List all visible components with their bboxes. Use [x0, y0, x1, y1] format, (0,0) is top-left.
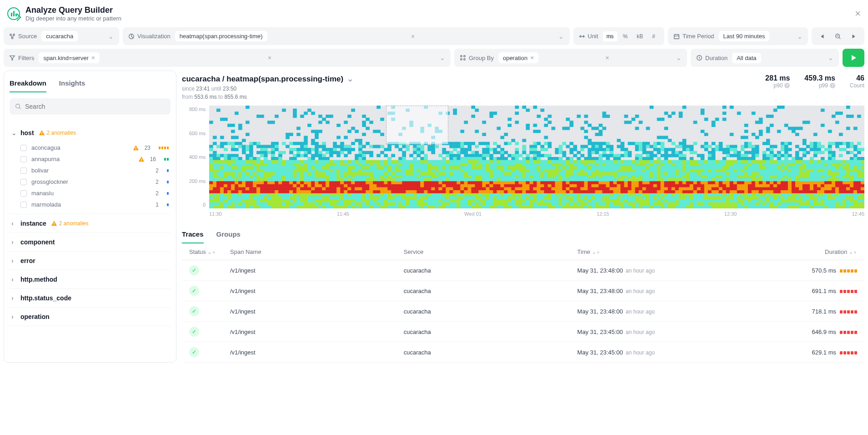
clear-filters-icon[interactable]: × [268, 54, 271, 61]
tab-insights[interactable]: Insights [59, 76, 85, 92]
skip-forward-icon[interactable] [846, 28, 863, 45]
facet-item[interactable]: marmolada1 [19, 199, 171, 210]
facet-item[interactable]: bolivar2 [19, 165, 171, 176]
groupby-chip[interactable]: operation× [498, 52, 538, 63]
chevron-down-icon[interactable]: ⌄ [347, 74, 353, 84]
facet-http.method[interactable]: ›http.method [10, 270, 171, 288]
tab-traces[interactable]: Traces [182, 228, 204, 243]
help-icon[interactable]: ? [784, 83, 790, 88]
sort-icon[interactable]: ▲▼ [208, 250, 216, 255]
checkbox[interactable] [20, 145, 27, 151]
unit-option-kB[interactable]: kB [633, 31, 647, 41]
checkbox[interactable] [20, 156, 27, 162]
chart-selection[interactable] [386, 106, 448, 144]
svg-rect-2523 [642, 205, 647, 208]
checkbox[interactable] [20, 190, 27, 197]
heatmap-chart[interactable]: 11:3011:45Wed 0112:1512:3012:45 [209, 106, 864, 217]
sort-icon[interactable]: ▲▼ [592, 250, 600, 255]
facet-item[interactable]: annapurna16 [19, 153, 171, 165]
svg-rect-2172 [584, 172, 588, 175]
svg-rect-819 [344, 193, 348, 197]
facet-http.status_code[interactable]: ›http.status_code [10, 289, 171, 307]
visualization-chip[interactable]: heatmap(span.processing-time) [175, 31, 267, 41]
svg-rect-1848 [526, 190, 530, 193]
remove-chip-icon[interactable]: × [91, 54, 95, 61]
chevron-down-icon[interactable]: ⌄ [108, 33, 114, 40]
table-row[interactable]: ✓/v1/ingestcucarachaMay 31, 23:48:00an h… [182, 281, 864, 301]
svg-rect-3089 [744, 157, 748, 160]
svg-rect-1005 [376, 193, 381, 197]
svg-rect-1188 [409, 205, 413, 208]
close-icon[interactable]: × [855, 8, 861, 20]
time-period-selector[interactable]: Time Period Last 90 minutes ⌄ [668, 27, 808, 45]
duration-chip[interactable]: All data [732, 53, 761, 63]
chevron-down-icon[interactable]: ⌄ [828, 54, 833, 61]
time-period-chip[interactable]: Last 90 minutes [719, 31, 770, 41]
chevron-down-icon[interactable]: ⌄ [676, 54, 682, 61]
facet-item[interactable]: manaslu2 [19, 187, 171, 199]
tab-breakdown[interactable]: Breakdown [10, 76, 46, 92]
facet-item[interactable]: aconcagua23 [19, 142, 171, 153]
col-duration[interactable]: Duration▲▼ [780, 248, 857, 255]
facet-error[interactable]: ›error [10, 252, 171, 270]
checkbox[interactable] [20, 179, 27, 185]
filters-selector[interactable]: Filters span.kind=server× × ⌄ [4, 49, 451, 67]
svg-rect-292 [253, 202, 257, 206]
unit-option-ms[interactable]: ms [603, 31, 617, 41]
visualization-selector[interactable]: Visualization heatmap(span.processing-ti… [123, 27, 570, 45]
svg-rect-3745 [857, 190, 861, 193]
svg-rect-1194 [413, 160, 417, 163]
remove-chip-icon[interactable]: × [530, 54, 534, 61]
svg-rect-2705 [675, 181, 679, 184]
svg-rect-1543 [475, 109, 479, 112]
facet-component[interactable]: ›component [10, 233, 171, 251]
sort-icon[interactable]: ▲▼ [849, 250, 857, 255]
skip-back-icon[interactable] [813, 28, 830, 45]
svg-rect-840 [347, 193, 351, 197]
svg-rect-656 [318, 115, 322, 118]
svg-rect-1320 [435, 172, 439, 175]
svg-rect-2828 [697, 190, 701, 193]
table-row[interactable]: ✓/v1/ingestcucarachaMay 31, 23:45:00an h… [182, 342, 864, 363]
svg-rect-2670 [668, 196, 672, 199]
svg-rect-112 [224, 172, 228, 175]
svg-rect-1599 [482, 184, 486, 187]
svg-rect-1791 [515, 199, 519, 202]
run-button[interactable] [843, 49, 864, 67]
search-input[interactable] [10, 98, 171, 115]
unit-option-%[interactable]: % [619, 31, 632, 41]
checkbox[interactable] [20, 167, 27, 174]
unit-option-#[interactable]: # [648, 31, 659, 41]
table-row[interactable]: ✓/v1/ingestcucarachaMay 31, 23:48:00an h… [182, 301, 864, 322]
facet-operation[interactable]: ›operation [10, 308, 171, 326]
svg-rect-1902 [537, 151, 541, 154]
facet-item[interactable]: grossglockner2 [19, 176, 171, 187]
svg-rect-1653 [493, 157, 497, 160]
groupby-selector[interactable]: Group By operation× × ⌄ [454, 49, 687, 67]
chevron-down-icon[interactable]: ⌄ [797, 33, 803, 40]
svg-rect-1183 [409, 190, 413, 193]
svg-rect-450 [282, 184, 286, 187]
source-chip[interactable]: cucaracha [41, 31, 78, 41]
col-time[interactable]: Time▲▼ [577, 248, 780, 255]
table-row[interactable]: ✓/v1/ingestcucarachaMay 31, 23:48:00an h… [182, 260, 864, 281]
tab-groups[interactable]: Groups [216, 228, 241, 243]
col-status[interactable]: Status▲▼ [189, 248, 230, 255]
table-row[interactable]: ✓/v1/ingestcucarachaMay 31, 23:45:00an h… [182, 322, 864, 342]
duration-selector[interactable]: Duration All data ⌄ [691, 49, 839, 67]
help-icon[interactable]: ? [830, 83, 835, 88]
svg-rect-3618 [835, 181, 839, 184]
clear-groupby-icon[interactable]: × [606, 54, 609, 61]
zoom-out-icon[interactable] [830, 28, 846, 45]
source-selector[interactable]: Source cucaracha ⌄ [4, 27, 119, 45]
facet-instance[interactable]: ›instance2 anomalies [10, 214, 171, 233]
checkbox[interactable] [20, 202, 27, 208]
facet-host[interactable]: ⌄host2 anomalies [10, 124, 171, 142]
filter-chip[interactable]: span.kind=server× [39, 52, 100, 63]
clear-viz-icon[interactable]: × [411, 33, 415, 40]
svg-rect-2924 [715, 163, 719, 166]
chevron-down-icon[interactable]: ⌄ [440, 54, 445, 61]
svg-rect-2099 [570, 193, 574, 197]
svg-rect-2387 [621, 172, 625, 175]
chevron-down-icon[interactable]: ⌄ [558, 33, 564, 40]
